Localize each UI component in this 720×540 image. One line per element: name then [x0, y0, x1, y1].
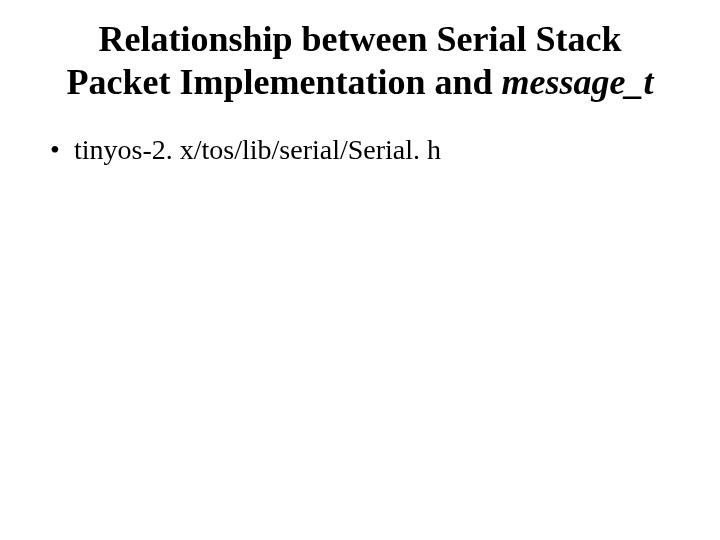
- title-line-1: Relationship between Serial Stack: [98, 19, 621, 59]
- bullet-list: tinyos-2. x/tos/lib/serial/Serial. h: [0, 132, 720, 168]
- list-item: tinyos-2. x/tos/lib/serial/Serial. h: [50, 132, 720, 168]
- title-line-2-prefix: Packet Implementation and: [67, 62, 502, 102]
- title-line-2-italic: message_t: [502, 62, 654, 102]
- bullet-text: tinyos-2. x/tos/lib/serial/Serial. h: [74, 134, 441, 165]
- slide-title: Relationship between Serial Stack Packet…: [40, 18, 680, 104]
- slide: Relationship between Serial Stack Packet…: [0, 0, 720, 540]
